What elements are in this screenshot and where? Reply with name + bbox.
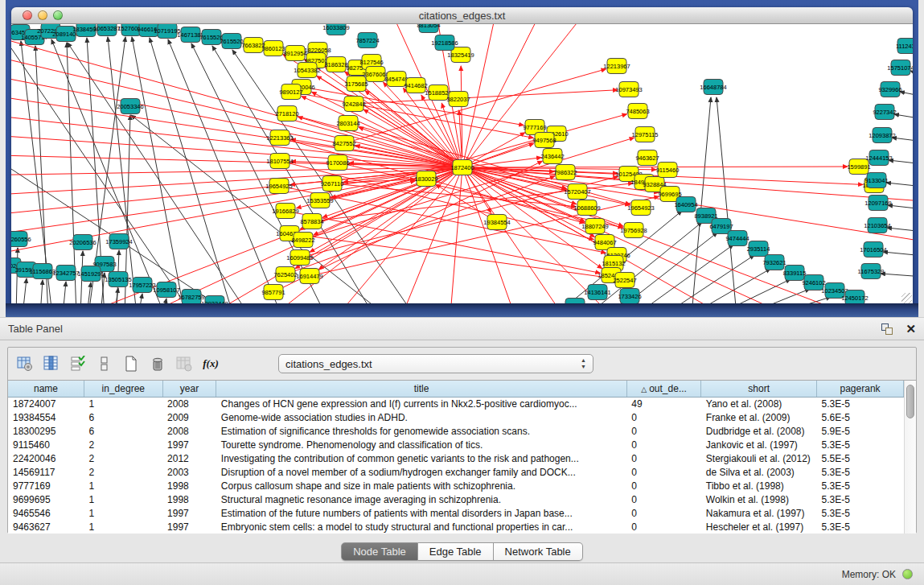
table-row[interactable]: 1830029562008Estimation of significance … <box>8 424 904 438</box>
table-cell[interactable]: Franke et al. (2009) <box>701 410 817 424</box>
table-mode-icon[interactable] <box>96 355 113 373</box>
column-header-year[interactable]: year <box>162 381 216 397</box>
table-cell[interactable]: 1 <box>84 506 163 520</box>
table-cell[interactable]: 0 <box>626 424 700 438</box>
table-settings-icon[interactable] <box>16 355 34 373</box>
tab-edge-table[interactable]: Edge Table <box>418 542 494 561</box>
table-cell[interactable]: 6 <box>84 424 163 438</box>
table-cell[interactable]: 2 <box>84 465 163 479</box>
table-cell[interactable]: 6 <box>84 410 163 424</box>
table-row[interactable]: 1872400712008Changes of HCN gene express… <box>8 397 904 410</box>
table-cell[interactable]: 5.3E-5 <box>817 479 904 492</box>
column-header-title[interactable]: title <box>216 381 627 397</box>
resize-grip-icon[interactable] <box>901 293 912 303</box>
table-cell[interactable]: 2008 <box>162 397 216 410</box>
table-selector-dropdown[interactable]: citations_edges.txt ▲▼ <box>278 354 593 373</box>
table-cell[interactable]: 5.5E-5 <box>817 451 904 465</box>
table-cell[interactable]: 0 <box>626 410 700 424</box>
tab-node-table[interactable]: Node Table <box>341 542 418 561</box>
table-scrollbar[interactable] <box>904 381 916 534</box>
table-cell[interactable]: Stergiakouli et al. (2012) <box>701 451 817 465</box>
table-cell[interactable]: 2012 <box>162 451 216 465</box>
table-cell[interactable]: Estimation of the future numbers of pati… <box>216 506 627 520</box>
table-cell[interactable]: Disruption of a novel member of a sodium… <box>216 465 627 479</box>
table-cell[interactable]: 0 <box>626 520 700 534</box>
table-cell[interactable]: 18724007 <box>8 397 84 410</box>
table-cell[interactable]: 5.9E-5 <box>817 424 904 438</box>
column-header-short[interactable]: short <box>701 381 817 397</box>
table-cell[interactable]: Embryonic stem cells: a model to study s… <box>216 520 627 534</box>
table-cell[interactable]: Dudbridge et al. (2008) <box>701 424 817 438</box>
table-cell[interactable]: 1998 <box>162 479 216 492</box>
select-all-icon[interactable] <box>69 355 87 373</box>
close-panel-icon[interactable]: ✕ <box>906 323 916 335</box>
table-cell[interactable]: 2 <box>84 438 163 451</box>
table-cell[interactable]: 5.3E-5 <box>817 438 904 451</box>
table-cell[interactable]: Yano et al. (2008) <box>701 397 817 410</box>
table-cell[interactable]: Tibbo et al. (1998) <box>701 479 817 492</box>
table-cell[interactable]: 5.6E-5 <box>817 410 904 424</box>
table-cell[interactable]: 1998 <box>162 492 216 506</box>
network-graph[interactable]: 1872400183002998601238912954182260589827… <box>11 24 913 304</box>
table-cell[interactable]: 22420046 <box>8 451 84 465</box>
table-cell[interactable]: 1 <box>84 479 163 492</box>
table-cell[interactable]: 1 <box>84 397 163 410</box>
table-cell[interactable]: 5.3E-5 <box>817 465 904 479</box>
table-cell[interactable]: 0 <box>626 492 700 506</box>
table-cell[interactable]: 1 <box>84 520 163 534</box>
table-cell[interactable]: 0 <box>626 506 700 520</box>
table-cell[interactable]: 0 <box>626 451 700 465</box>
table-cell[interactable]: Changes of HCN gene expression and I(f) … <box>216 397 627 410</box>
table-cell[interactable]: 2009 <box>162 410 216 424</box>
column-header-out_de[interactable]: △out_de... <box>626 381 700 397</box>
table-row[interactable]: 969969511998Structural magnetic resonanc… <box>8 492 904 506</box>
new-column-icon[interactable] <box>122 355 140 373</box>
table-row[interactable]: 946554611997Estimation of the future num… <box>8 506 904 520</box>
table-cell[interactable]: 49 <box>626 397 700 410</box>
table-cell[interactable]: Corpus callosum shape and size in male p… <box>216 479 627 492</box>
table-cell[interactable]: 2 <box>84 451 163 465</box>
table-cell[interactable]: Tourette syndrome. Phenomenology and cla… <box>216 438 627 451</box>
table-cell[interactable]: Jankovic et al. (1997) <box>701 438 817 451</box>
table-cell[interactable]: Investigating the contribution of common… <box>216 451 627 465</box>
table-cell[interactable]: 2003 <box>162 465 216 479</box>
table-cell[interactable]: 9699695 <box>8 492 84 506</box>
table-cell[interactable]: Estimation of significance thresholds fo… <box>216 424 627 438</box>
table-cell[interactable]: 2008 <box>162 424 216 438</box>
table-cell[interactable]: 1997 <box>162 520 216 534</box>
table-cell[interactable]: 1997 <box>162 438 216 451</box>
table-cell[interactable]: Structural magnetic resonance image aver… <box>216 492 627 506</box>
table-cell[interactable]: Genome-wide association studies in ADHD. <box>216 410 627 424</box>
table-cell[interactable]: 9777169 <box>8 479 84 492</box>
table-cell[interactable]: Hescheler et al. (1997) <box>701 520 817 534</box>
table-cell[interactable]: 9463627 <box>8 520 84 534</box>
table-cell[interactable]: de Silva et al. (2003) <box>701 465 817 479</box>
delete-column-icon[interactable] <box>149 355 166 373</box>
table-cell[interactable]: Wolkin et al. (1998) <box>701 492 817 506</box>
table-cell[interactable]: Nakamura et al. (1997) <box>701 506 817 520</box>
table-cell[interactable]: 9465546 <box>8 506 84 520</box>
table-cell[interactable]: 5.3E-5 <box>817 520 904 534</box>
column-header-name[interactable]: name <box>8 381 84 397</box>
function-builder-icon[interactable]: f(x) <box>202 355 220 373</box>
table-row[interactable]: 2242004622012Investigating the contribut… <box>8 451 904 465</box>
table-cell[interactable]: 5.3E-5 <box>817 397 904 410</box>
table-cell[interactable]: 1997 <box>162 506 216 520</box>
table-scrollbar-thumb[interactable] <box>906 385 914 418</box>
table-cell[interactable]: 18300295 <box>8 424 84 438</box>
table-row[interactable]: 977716911998Corpus callosum shape and si… <box>8 479 904 492</box>
tab-network-table[interactable]: Network Table <box>494 542 583 561</box>
table-row[interactable]: 1456911722003Disruption of a novel membe… <box>8 465 904 479</box>
table-row[interactable]: 911546021997Tourette syndrome. Phenomeno… <box>8 438 904 451</box>
show-columns-icon[interactable] <box>43 355 60 373</box>
network-window-titlebar[interactable]: citations_edges.txt <box>11 7 913 24</box>
column-header-pagerank[interactable]: pagerank <box>817 381 904 397</box>
column-header-in_degree[interactable]: in_degree <box>84 381 163 397</box>
table-cell[interactable]: 19384554 <box>8 410 84 424</box>
table-cell[interactable]: 0 <box>626 465 700 479</box>
import-table-icon[interactable] <box>175 355 193 373</box>
table-row[interactable]: 946362711997Embryonic stem cells: a mode… <box>8 520 904 534</box>
table-cell[interactable]: 1 <box>84 492 163 506</box>
float-panel-icon[interactable] <box>881 323 893 335</box>
table-row[interactable]: 1938455462009Genome-wide association stu… <box>8 410 904 424</box>
